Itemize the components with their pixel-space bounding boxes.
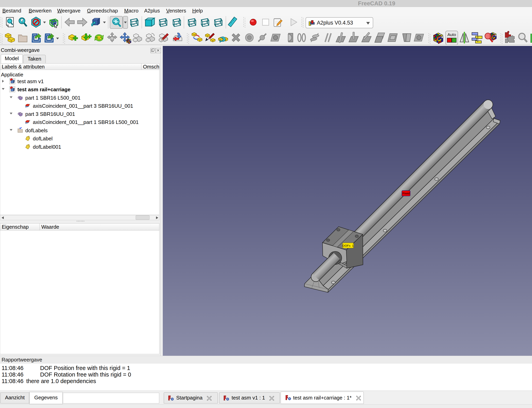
svg-text:DOFs: 1: DOFs: 1 — [343, 244, 354, 247]
svg-text:Auto: Auto — [447, 32, 456, 37]
svg-text:Fixed: Fixed — [402, 192, 410, 195]
